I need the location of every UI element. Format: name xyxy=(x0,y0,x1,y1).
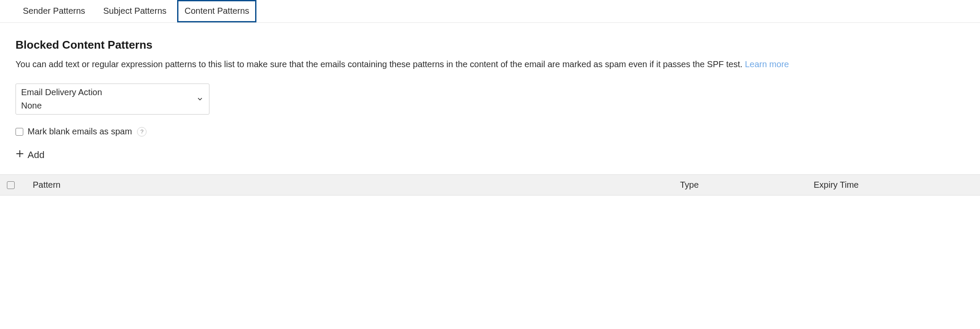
table-header: Pattern Type Expiry Time xyxy=(0,174,980,196)
page-description: You can add text or regular expression p… xyxy=(16,58,964,71)
tab-content-patterns[interactable]: Content Patterns xyxy=(177,0,256,22)
column-header-expiry[interactable]: Expiry Time xyxy=(814,180,973,190)
column-header-pattern[interactable]: Pattern xyxy=(27,180,680,190)
mark-blank-checkbox[interactable] xyxy=(16,128,23,136)
select-all-checkbox[interactable] xyxy=(7,181,15,189)
learn-more-link[interactable]: Learn more xyxy=(745,59,789,69)
select-value: None xyxy=(21,101,192,111)
mark-blank-row: Mark blank emails as spam ? xyxy=(16,127,964,137)
tab-sender-patterns[interactable]: Sender Patterns xyxy=(16,0,93,22)
tab-subject-patterns[interactable]: Subject Patterns xyxy=(96,0,174,22)
select-label: Email Delivery Action xyxy=(21,87,192,97)
tabs-bar: Sender Patterns Subject Patterns Content… xyxy=(0,0,980,23)
add-button-label: Add xyxy=(28,149,44,161)
description-text: You can add text or regular expression p… xyxy=(16,59,743,69)
mark-blank-label: Mark blank emails as spam xyxy=(28,127,132,137)
plus-icon xyxy=(16,149,24,161)
email-delivery-action-select[interactable]: Email Delivery Action None xyxy=(16,84,209,115)
chevron-down-icon xyxy=(197,94,203,104)
help-icon[interactable]: ? xyxy=(137,127,147,137)
content-area: Blocked Content Patterns You can add tex… xyxy=(0,23,980,174)
add-button[interactable]: Add xyxy=(16,148,44,162)
page-title: Blocked Content Patterns xyxy=(16,38,964,52)
column-header-type[interactable]: Type xyxy=(680,180,814,190)
